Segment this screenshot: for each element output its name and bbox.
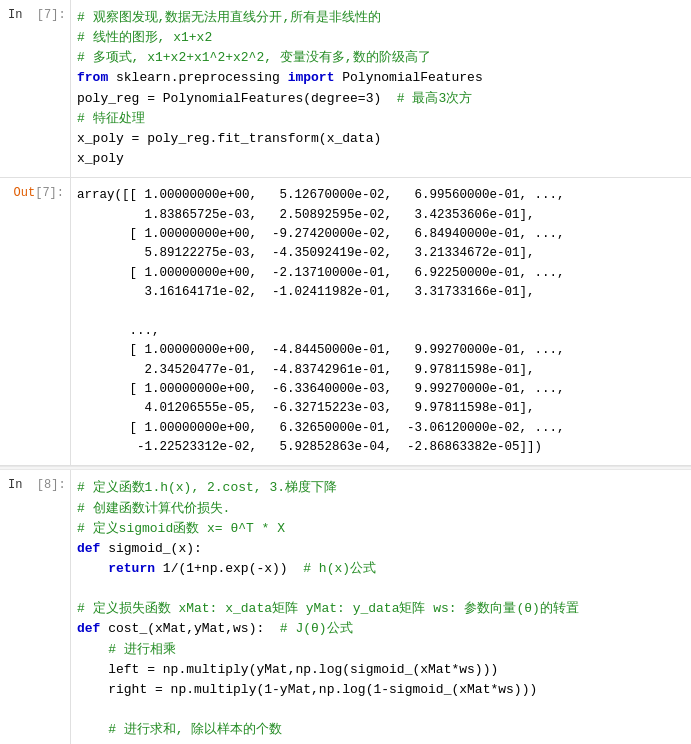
cell-in-8-label: In [8]: bbox=[0, 470, 70, 744]
cell-out-7-label: Out[7]: bbox=[0, 178, 70, 465]
cell-in-7-label: In [7]: bbox=[0, 0, 70, 177]
cell-out-7: Out[7]: array([[ 1.00000000e+00, 5.12670… bbox=[0, 178, 691, 466]
code-in-8: # 定义函数1.h(x), 2.cost, 3.梯度下降 # 创建函数计算代价损… bbox=[77, 478, 681, 744]
cell-in-7: In [7]: # 观察图发现,数据无法用直线分开,所有是非线性的 # 线性的图… bbox=[0, 0, 691, 178]
code-in-7: # 观察图发现,数据无法用直线分开,所有是非线性的 # 线性的图形, x1+x2… bbox=[77, 8, 681, 169]
cell-in-7-body[interactable]: # 观察图发现,数据无法用直线分开,所有是非线性的 # 线性的图形, x1+x2… bbox=[70, 0, 691, 177]
cell-in-8: In [8]: # 定义函数1.h(x), 2.cost, 3.梯度下降 # 创… bbox=[0, 470, 691, 744]
cell-out-7-body: array([[ 1.00000000e+00, 5.12670000e-02,… bbox=[70, 178, 691, 465]
cell-in-8-body[interactable]: # 定义函数1.h(x), 2.cost, 3.梯度下降 # 创建函数计算代价损… bbox=[70, 470, 691, 744]
output-7-content: array([[ 1.00000000e+00, 5.12670000e-02,… bbox=[77, 186, 681, 457]
notebook: In [7]: # 观察图发现,数据无法用直线分开,所有是非线性的 # 线性的图… bbox=[0, 0, 691, 744]
